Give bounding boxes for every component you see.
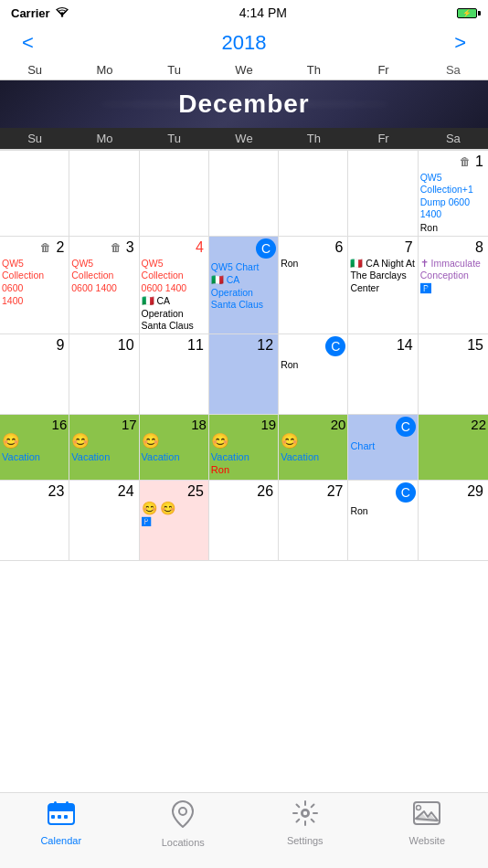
cell-dec-28[interactable]: C Ron [348, 481, 418, 561]
cell-dec-20[interactable]: 20 😊 Vacation [279, 415, 348, 481]
event-qw5-2: QW5 Collection [2, 258, 67, 281]
header-tu: Tu [140, 60, 209, 79]
tab-locations-label: Locations [162, 837, 205, 848]
svg-rect-4 [54, 801, 57, 807]
day-num-28: C [396, 482, 416, 503]
cell-dec-27[interactable]: 27 [279, 481, 348, 561]
svg-rect-7 [58, 815, 61, 819]
month-name: December [178, 90, 309, 119]
day-num-29: 29 [420, 482, 486, 501]
day-num-2: 2 [53, 238, 67, 257]
battery-icon: ⚡ [457, 8, 477, 18]
tab-locations[interactable]: Locations [122, 800, 245, 848]
cell-empty-1[interactable] [0, 151, 69, 237]
week-0: 🗑 1 QW5 Collection+1 Dump 0600 1400 Ron [0, 150, 488, 237]
cell-dec-29[interactable]: 29 [419, 481, 488, 561]
day-num-3: 3 [123, 238, 137, 257]
cell-dec-11[interactable]: 11 [140, 334, 209, 415]
cell-dec-2[interactable]: 🗑 2 QW5 Collection 0600 1400 [0, 237, 69, 334]
cell-dec-15[interactable]: 15 [419, 334, 488, 415]
next-year-button[interactable]: > [447, 31, 473, 55]
week-4: 23 24 25 😊 😊 🅿 26 27 C Ron 29 [0, 481, 488, 561]
wifi-icon [55, 6, 69, 20]
cell-empty-4[interactable] [209, 151, 279, 237]
day-num-27: 27 [281, 482, 345, 501]
day-num-15: 15 [420, 336, 486, 355]
cell-dec-10[interactable]: 10 [69, 334, 139, 415]
day-num-11: 11 [142, 336, 207, 355]
event-ron-13: Ron [281, 359, 345, 371]
svg-rect-6 [51, 815, 55, 819]
year-nav: < 2018 > [0, 26, 488, 60]
cell-dec-6[interactable]: 6 Ron [279, 237, 348, 334]
battery-bolt: ⚡ [462, 9, 472, 17]
day-num-7: 7 [350, 238, 415, 257]
cell-empty-5[interactable] [279, 151, 348, 237]
day-num-23: 23 [2, 482, 67, 501]
header2-we: We [209, 128, 279, 149]
svg-rect-8 [64, 815, 68, 819]
header-su: Su [0, 60, 69, 79]
header2-mo: Mo [69, 128, 139, 149]
svg-rect-3 [48, 809, 74, 811]
cell-dec-3[interactable]: 🗑 3 QW5 Collection 0600 1400 [69, 237, 139, 334]
day-num-6: 6 [281, 238, 345, 257]
cell-dec-4[interactable]: 4 QW5 Collection 0600 1400 🇮🇹 CA Operati… [140, 237, 209, 334]
day-num-24: 24 [71, 482, 136, 501]
tab-settings-label: Settings [287, 835, 324, 846]
cell-empty-3[interactable] [140, 151, 209, 237]
cell-dec-9[interactable]: 9 [0, 334, 69, 415]
day-num-26: 26 [211, 482, 276, 501]
tab-settings[interactable]: Settings [244, 800, 366, 846]
cell-dec-21[interactable]: C Chart [348, 415, 418, 481]
tab-bar: Calendar Locations Settings [0, 792, 488, 868]
vac-label-19: Vacation [211, 451, 276, 462]
day-num-25: 25 [142, 482, 207, 501]
cell-dec-12[interactable]: 12 [209, 334, 279, 415]
tab-calendar[interactable]: Calendar [0, 800, 122, 846]
cell-dec-7[interactable]: 7 🇮🇹 CA Night At The Barclays Center [348, 237, 418, 334]
day-num-12: 12 [211, 336, 276, 355]
event-0600-2: 0600 [2, 282, 67, 294]
event-ca-7: 🇮🇹 CA Night At The Barclays Center [350, 258, 415, 294]
header2-th: Th [279, 128, 348, 149]
cell-dec-22[interactable]: 22 [419, 415, 488, 481]
tab-website[interactable]: Website [366, 800, 489, 846]
week-2: 9 10 11 12 C Ron 14 15 [0, 334, 488, 415]
svg-rect-5 [66, 801, 69, 807]
website-icon [413, 800, 440, 832]
cell-dec-24[interactable]: 24 [69, 481, 139, 561]
day-num-4: 4 [193, 238, 207, 257]
cell-empty-6[interactable] [348, 151, 418, 237]
header-mo: Mo [69, 60, 139, 79]
cell-dec-23[interactable]: 23 [0, 481, 69, 561]
cell-dec-26[interactable]: 26 [209, 481, 279, 561]
trash-icon-1: 🗑 [460, 155, 471, 168]
svg-point-11 [302, 810, 308, 816]
cell-dec-5[interactable]: C QW5 Chart 🇮🇹 CA Operation Santa Claus [209, 237, 279, 334]
event-times-4: 0600 1400 [142, 282, 207, 294]
cell-dec-1[interactable]: 🗑 1 QW5 Collection+1 Dump 0600 1400 Ron [419, 151, 488, 237]
svg-point-13 [417, 806, 421, 810]
day-num-8: 8 [420, 238, 486, 257]
prev-year-button[interactable]: < [15, 31, 41, 55]
cell-dec-14[interactable]: 14 [348, 334, 418, 415]
cell-dec-8[interactable]: 8 ✝ Immaculate Conception 🅿 [419, 237, 488, 334]
calendar-icon [48, 800, 75, 832]
day-num-21: C [396, 417, 416, 437]
event-ron-1: Ron [420, 222, 486, 234]
cell-dec-25[interactable]: 25 😊 😊 🅿 [140, 481, 209, 561]
day-num-9: 9 [2, 336, 67, 355]
time-label: 4:14 PM [239, 5, 287, 20]
cell-dec-19[interactable]: 19 😊 Vacation Ron [209, 415, 279, 481]
cell-dec-16[interactable]: 16 😊 Vacation [0, 415, 69, 481]
cell-dec-18[interactable]: 18 😊 Vacation [140, 415, 209, 481]
svg-point-0 [60, 15, 62, 16]
cell-dec-13[interactable]: C Ron [279, 334, 348, 415]
event-qw5-1: QW5 Collection+1 [420, 172, 486, 196]
day-num-5: C [256, 238, 276, 259]
year-label: 2018 [222, 31, 267, 55]
cell-dec-17[interactable]: 17 😊 Vacation [69, 415, 139, 481]
week-3-vacation: 16 😊 Vacation 17 😊 Vacation 18 😊 Vacatio… [0, 415, 488, 481]
cell-empty-2[interactable] [69, 151, 139, 237]
